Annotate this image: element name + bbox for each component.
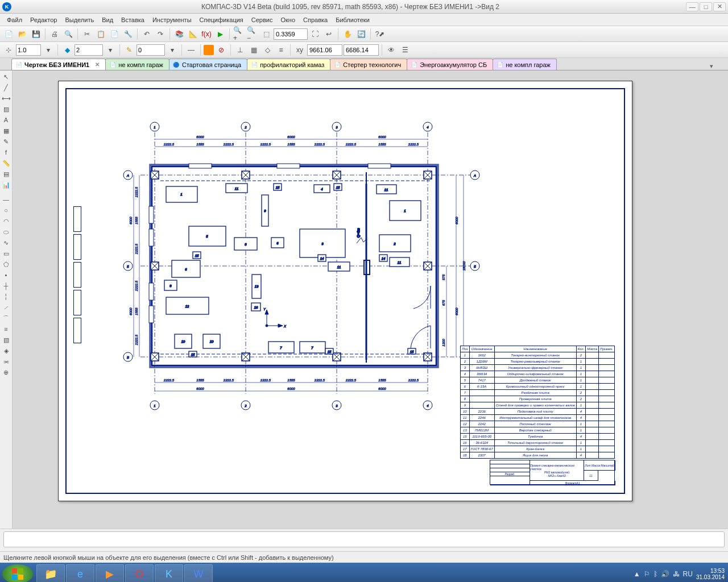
tray-sound-icon[interactable]: 🔊: [661, 570, 669, 578]
tray-action-icon[interactable]: ⚐: [644, 570, 650, 578]
layer-combo[interactable]: [75, 44, 103, 56]
menu-tools[interactable]: Инструменты: [149, 15, 195, 24]
tab-active[interactable]: 📄Чертеж БЕЗ ИМЕНИ1✕: [11, 59, 106, 70]
style-combo[interactable]: [136, 44, 165, 56]
zoom-in-icon[interactable]: 🔍+: [233, 28, 245, 40]
coord-y[interactable]: [344, 44, 379, 56]
snap-icon[interactable]: ⊹: [2, 44, 15, 56]
dropdown-icon[interactable]: ▾: [166, 44, 179, 56]
grid-icon[interactable]: ▦: [247, 44, 260, 56]
tab-doc[interactable]: 📄Энергоаккумулятор СБ: [407, 59, 493, 70]
calc-icon[interactable]: 📐: [187, 28, 199, 40]
print-icon[interactable]: 🖨: [48, 28, 61, 40]
tray-flag-icon[interactable]: ▲: [634, 570, 640, 578]
menu-edit[interactable]: Редактор: [27, 15, 60, 24]
var-icon[interactable]: f(x): [200, 28, 213, 40]
menu-file[interactable]: Файл: [3, 15, 26, 24]
cut-icon[interactable]: ✂: [81, 28, 93, 40]
pan-icon[interactable]: ✋: [341, 28, 354, 40]
tray-clock[interactable]: 13:53 31.03.2014: [696, 568, 725, 580]
property-panel-inner[interactable]: [3, 531, 725, 547]
layer-icon[interactable]: ◆: [61, 44, 73, 56]
undo-icon[interactable]: ↶: [140, 28, 153, 40]
hatch2-icon[interactable]: ▧: [1, 335, 11, 345]
offset-icon[interactable]: ≡: [1, 324, 11, 334]
zoom-out-icon[interactable]: 🔍−: [246, 28, 259, 40]
taskbar-opera[interactable]: O: [125, 564, 154, 582]
measure-icon[interactable]: 📏: [1, 158, 11, 168]
collect-icon[interactable]: ⊕: [1, 367, 11, 377]
coord-x[interactable]: [307, 44, 342, 56]
tab-doc[interactable]: 📄профилакторий камаз: [247, 59, 330, 70]
line-style-icon[interactable]: —: [185, 44, 197, 56]
layers-icon[interactable]: ☰: [399, 44, 411, 56]
geom-ellipse-icon[interactable]: ⬭: [1, 227, 11, 237]
geom-rect-icon[interactable]: ▭: [1, 248, 11, 259]
geom-circle-icon[interactable]: ○: [1, 205, 11, 215]
zoom-fit-icon[interactable]: ⛶: [309, 28, 321, 40]
menu-help[interactable]: Справка: [300, 15, 331, 24]
new-icon[interactable]: 📄: [2, 28, 15, 40]
minimize-button[interactable]: —: [686, 2, 698, 11]
drawing-canvas[interactable]: 1 2 3 4 1 2 3 4 А Б В А: [13, 70, 728, 529]
geom-arc-icon[interactable]: ◠: [1, 216, 11, 226]
menu-libs[interactable]: Библиотеки: [332, 15, 373, 24]
hatch-icon[interactable]: ▨: [1, 104, 11, 114]
chamfer-icon[interactable]: ⟋: [1, 302, 11, 313]
tab-doc[interactable]: 📄Стертер технологич: [330, 59, 407, 70]
props-icon[interactable]: 🔧: [122, 28, 134, 40]
spec-icon[interactable]: ▤: [1, 169, 11, 179]
cursor-icon[interactable]: ↖: [1, 72, 11, 82]
menu-insert[interactable]: Вставка: [118, 15, 148, 24]
dim-icon[interactable]: ⟷: [1, 93, 11, 103]
start-button[interactable]: [2, 564, 33, 582]
reports-icon[interactable]: 📊: [1, 180, 11, 190]
scale-combo[interactable]: [16, 44, 41, 56]
tab-doc[interactable]: 📄не компл гараж: [105, 59, 169, 70]
maximize-button[interactable]: □: [700, 2, 712, 11]
taskbar-explorer[interactable]: 📁: [36, 564, 65, 582]
save-icon[interactable]: 💾: [30, 28, 42, 40]
view-icon[interactable]: 👁: [385, 44, 398, 56]
paste-icon[interactable]: 📄: [108, 28, 121, 40]
zoom-window-icon[interactable]: ⬚: [260, 28, 272, 40]
play-icon[interactable]: ▶: [214, 28, 226, 40]
menu-select[interactable]: Выделить: [61, 15, 97, 24]
taskbar-ie[interactable]: e: [66, 564, 94, 582]
geom-line-icon[interactable]: —: [1, 194, 11, 205]
param-icon[interactable]: ≡: [275, 44, 287, 56]
menu-service[interactable]: Сервис: [248, 15, 276, 24]
library-icon[interactable]: 📚: [173, 28, 185, 40]
geom-point-icon[interactable]: •: [1, 270, 11, 280]
taskbar-word[interactable]: W: [184, 564, 213, 582]
open-icon[interactable]: 📂: [16, 28, 28, 40]
preview-icon[interactable]: 🔍: [62, 28, 75, 40]
equid-icon[interactable]: ⫘: [1, 356, 11, 367]
geom-spline-icon[interactable]: ∿: [1, 238, 11, 248]
tab-startpage[interactable]: 🔵Стартовая страница: [169, 59, 247, 70]
line-icon[interactable]: ╱: [1, 82, 11, 93]
geom-poly-icon[interactable]: ⬠: [1, 259, 11, 269]
dropdown-icon[interactable]: ▾: [104, 44, 117, 56]
menu-spec[interactable]: Спецификация: [196, 15, 247, 24]
ortho-icon[interactable]: ⊥: [234, 44, 246, 56]
taskbar-media[interactable]: ▶: [96, 564, 124, 582]
taskbar-kompas[interactable]: K: [155, 564, 183, 582]
edit-icon[interactable]: ✎: [1, 136, 11, 147]
tray-network-icon[interactable]: 🖧: [673, 570, 680, 578]
style-icon[interactable]: ✎: [123, 44, 135, 56]
dropdown-icon[interactable]: ▾: [42, 44, 55, 56]
redo-icon[interactable]: ↷: [154, 28, 167, 40]
table-icon[interactable]: ▦: [1, 126, 11, 136]
contour-icon[interactable]: ◈: [1, 346, 11, 356]
stop-icon[interactable]: ⊘: [215, 44, 228, 56]
close-button[interactable]: ✕: [713, 2, 726, 11]
geom-aux-icon[interactable]: ╎: [1, 292, 11, 302]
refresh-icon[interactable]: 🔄: [355, 28, 367, 40]
color-icon[interactable]: [204, 45, 214, 55]
help-cursor-icon[interactable]: ?⬈: [374, 28, 386, 40]
tab-doc[interactable]: 📄не компл гараж: [493, 59, 557, 70]
tray-bluetooth-icon[interactable]: ᛒ: [653, 570, 657, 578]
menu-view[interactable]: Вид: [98, 15, 117, 24]
text-icon[interactable]: A: [1, 115, 11, 125]
